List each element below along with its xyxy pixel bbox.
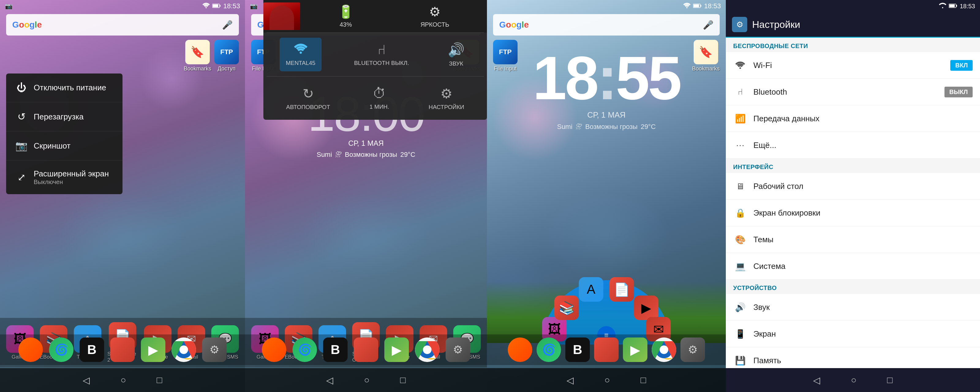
memory-label: Память xyxy=(753,356,973,365)
playstore-icon-2[interactable]: ▶ xyxy=(384,338,409,362)
recents-button-3[interactable]: □ xyxy=(641,375,646,385)
autorotate-icon: ↻ xyxy=(302,86,314,101)
wifi-setting-icon xyxy=(733,58,747,72)
settings-recents-button[interactable]: □ xyxy=(887,375,893,385)
memory-icon: 💾 xyxy=(733,354,747,368)
bluetooth-toggle-button[interactable]: ВЫКЛ xyxy=(945,87,973,97)
clock-colon-3: : xyxy=(597,44,616,112)
recents-button-1[interactable]: □ xyxy=(157,375,162,385)
settings-home-button[interactable]: ○ xyxy=(851,375,856,385)
settings-shortcut[interactable]: ⚙ НАСТРОЙКИ xyxy=(423,81,470,115)
settings-time: 18:53 xyxy=(960,3,975,10)
brightness-block[interactable]: ⚙ ЯРКОСТЬ xyxy=(420,4,449,28)
mlauncher-icon-1[interactable] xyxy=(110,338,135,362)
swirl-app-icon-2[interactable]: 🌀 xyxy=(293,338,317,362)
data-transfer-icon: 📶 xyxy=(733,112,747,126)
wifi-toggle[interactable]: MENTAL45 xyxy=(280,38,321,71)
dock-swirl-3[interactable]: 🌀 xyxy=(536,338,561,362)
settings-back-button[interactable]: ◁ xyxy=(813,375,820,386)
bluetooth-toggle-label: BLUETOOTH ВЫКЛ. xyxy=(354,60,409,67)
data-transfer-item[interactable]: 📶 Передача данных xyxy=(726,105,980,132)
lockscreen-item[interactable]: 🔒 Экран блокировки xyxy=(726,200,980,226)
timeout-label: 1 МИН. xyxy=(370,104,389,110)
sound-item[interactable]: 🔊 Звук xyxy=(726,294,980,321)
panel4-settings: 18:53 ⚙ Настройки БЕСПРОВОДНЫЕ СЕТИ Wi-F… xyxy=(726,0,980,392)
wireless-header-label: БЕСПРОВОДНЫЕ СЕТИ xyxy=(733,43,808,49)
desktop-item[interactable]: 🖥 Рабочий стол xyxy=(726,173,980,200)
clock-minutes-3: 55 xyxy=(616,44,680,112)
fan-smartoffice[interactable]: 📄 xyxy=(609,277,634,302)
wifi-toggle-button[interactable]: ВКЛ xyxy=(950,60,973,71)
dock-mlauncher-3[interactable] xyxy=(594,338,619,362)
bookmarks-desktop-icon[interactable]: 🔖 Bookmarks xyxy=(184,40,211,72)
home-button-1[interactable]: ○ xyxy=(120,375,126,385)
interface-section-header: ИНТЕРФЕЙС xyxy=(726,159,980,173)
settings-status-bar: 18:53 xyxy=(726,0,980,12)
settings-battery-icon xyxy=(949,3,957,10)
bold-app-icon-1[interactable]: B xyxy=(80,338,104,362)
status-left-2: 📷 xyxy=(250,2,258,10)
swirl-app-icon-1[interactable]: 🌀 xyxy=(49,338,73,362)
more-item[interactable]: ⋯ Ещё... xyxy=(726,132,980,159)
playstore-icon-1[interactable]: ▶ xyxy=(141,338,165,362)
settings-icon-2[interactable]: ⚙ xyxy=(445,338,470,362)
expanded-screen-sub: Выключен xyxy=(34,178,109,186)
system-item[interactable]: 💻 Система xyxy=(726,253,980,280)
fan-ebook[interactable]: 📚 xyxy=(554,296,579,320)
chrome-icon-1[interactable] xyxy=(172,338,196,362)
time-display-1: 18:53 xyxy=(223,2,240,10)
search-bar-1[interactable]: Google 🎤 xyxy=(6,14,239,35)
dock-circle-3[interactable] xyxy=(508,338,532,362)
device-section-header: УСТРОЙСТВО xyxy=(726,280,980,294)
circle-3-icon xyxy=(508,338,532,362)
back-button-3[interactable]: ◁ xyxy=(566,375,574,386)
notif-toggle-row-1: MENTAL45 ⑁ BLUETOOTH ВЫКЛ. 🔊 ЗВУК xyxy=(263,33,487,76)
ftp-desktop-icon[interactable]: FTP Доступ xyxy=(215,40,239,72)
themes-item[interactable]: 🎨 Темы xyxy=(726,226,980,253)
dock-settings-3[interactable]: ⚙ xyxy=(681,338,705,362)
circle-app-icon-2[interactable] xyxy=(262,338,286,362)
recents-button-2[interactable]: □ xyxy=(400,375,406,385)
wifi-toggle-icon xyxy=(294,42,307,57)
mic-icon-1[interactable]: 🎤 xyxy=(222,20,233,30)
reboot-item[interactable]: ↺ Перезагрузка xyxy=(6,102,123,131)
mlauncher-icon-2[interactable] xyxy=(354,338,378,362)
desktop-icons-1: FTP Доступ xyxy=(215,40,239,72)
desktop-icon-s: 🖥 xyxy=(733,179,747,193)
svg-rect-3 xyxy=(213,5,218,7)
fan-translate[interactable]: A xyxy=(579,277,603,302)
dock-playstore-3[interactable]: ▶ xyxy=(623,338,648,362)
settings-header-icon: ⚙ xyxy=(732,17,747,32)
timeout-icon: ⏱ xyxy=(373,86,386,101)
expanded-screen-item[interactable]: ⤢ Расширенный экран Выключен xyxy=(6,161,123,194)
weather-city-2: Sumi xyxy=(317,151,332,159)
wifi-setting-item[interactable]: Wi-Fi ВКЛ xyxy=(726,52,980,79)
home-button-3[interactable]: ○ xyxy=(604,375,610,385)
expanded-screen-label: Расширенный экран xyxy=(34,169,109,178)
bluetooth-toggle[interactable]: ⑁ BLUETOOTH ВЫКЛ. xyxy=(348,38,415,71)
screen-item[interactable]: 📱 Экран xyxy=(726,321,980,347)
settings-3-icon: ⚙ xyxy=(681,338,705,362)
bold-app-icon-2[interactable]: B xyxy=(323,338,348,362)
back-button-1[interactable]: ◁ xyxy=(83,375,90,386)
bluetooth-setting-item[interactable]: ⑁ Bluetooth ВЫКЛ xyxy=(726,79,980,105)
timeout-toggle[interactable]: ⏱ 1 МИН. xyxy=(364,81,395,115)
screenshot-item[interactable]: 📷 Скриншот xyxy=(6,131,123,161)
bluetooth-setting-icon: ⑁ xyxy=(733,85,747,99)
fan-youtube[interactable]: ▶ xyxy=(634,296,659,320)
device-header-label: УСТРОЙСТВО xyxy=(733,285,776,291)
mic-icon-3[interactable]: 🎤 xyxy=(703,20,714,30)
search-bar-3[interactable]: Google 🎤 xyxy=(493,14,720,35)
home-button-2[interactable]: ○ xyxy=(364,375,369,385)
sound-toggle[interactable]: 🔊 ЗВУК xyxy=(442,38,471,71)
dock-chrome-3[interactable] xyxy=(652,338,676,362)
power-off-item[interactable]: ⏻ Отключить питание xyxy=(6,73,123,102)
chrome-icon-2[interactable] xyxy=(415,338,439,362)
autorotate-toggle[interactable]: ↻ АВТОПОВОРОТ xyxy=(280,81,336,115)
weather-temp-3: 29°C xyxy=(641,123,656,131)
settings-icon-1[interactable]: ⚙ xyxy=(202,338,227,362)
ftp-icon-img: FTP xyxy=(215,40,239,64)
dock-bold-3[interactable]: B xyxy=(565,338,590,362)
circle-app-icon-1[interactable] xyxy=(18,338,43,362)
back-button-2[interactable]: ◁ xyxy=(326,375,333,386)
